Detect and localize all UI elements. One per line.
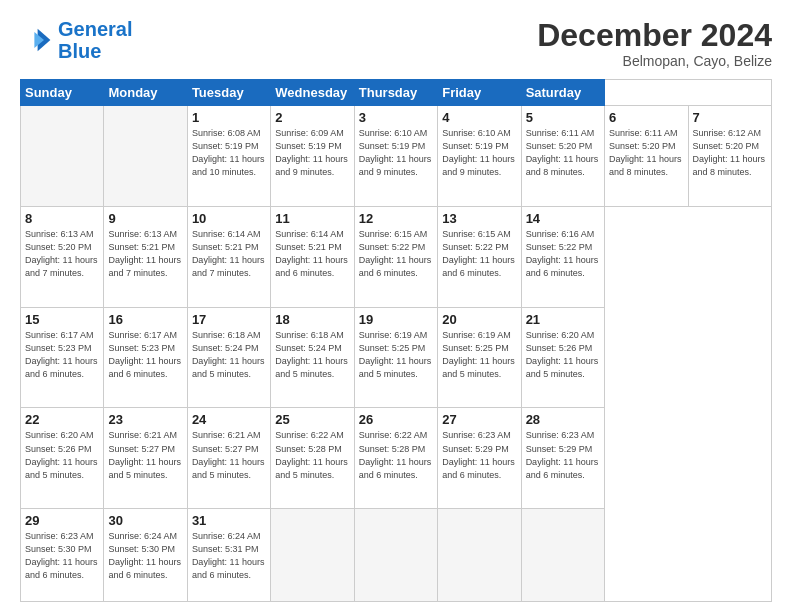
calendar-cell: 14 Sunrise: 6:16 AMSunset: 5:22 PMDaylig… [521, 206, 604, 307]
day-info: Sunrise: 6:23 AMSunset: 5:29 PMDaylight:… [526, 430, 599, 479]
calendar-cell: 2 Sunrise: 6:09 AMSunset: 5:19 PMDayligh… [271, 106, 354, 207]
calendar-cell: 8 Sunrise: 6:13 AMSunset: 5:20 PMDayligh… [21, 206, 104, 307]
day-number: 23 [108, 412, 182, 427]
header: General Blue December 2024 Belmopan, Cay… [20, 18, 772, 69]
day-info: Sunrise: 6:23 AMSunset: 5:30 PMDaylight:… [25, 531, 98, 580]
day-info: Sunrise: 6:19 AMSunset: 5:25 PMDaylight:… [359, 330, 432, 379]
calendar-cell [438, 509, 521, 602]
day-info: Sunrise: 6:24 AMSunset: 5:30 PMDaylight:… [108, 531, 181, 580]
day-info: Sunrise: 6:22 AMSunset: 5:28 PMDaylight:… [275, 430, 348, 479]
weekday-header: Wednesday [271, 80, 354, 106]
calendar-cell: 15 Sunrise: 6:17 AMSunset: 5:23 PMDaylig… [21, 307, 104, 408]
day-number: 12 [359, 211, 433, 226]
day-number: 9 [108, 211, 182, 226]
calendar-cell: 29 Sunrise: 6:23 AMSunset: 5:30 PMDaylig… [21, 509, 104, 602]
weekday-header: Friday [438, 80, 521, 106]
day-info: Sunrise: 6:08 AMSunset: 5:19 PMDaylight:… [192, 128, 265, 177]
calendar-cell: 5 Sunrise: 6:11 AMSunset: 5:20 PMDayligh… [521, 106, 604, 207]
weekday-header: Tuesday [187, 80, 270, 106]
calendar-cell: 20 Sunrise: 6:19 AMSunset: 5:25 PMDaylig… [438, 307, 521, 408]
day-info: Sunrise: 6:14 AMSunset: 5:21 PMDaylight:… [275, 229, 348, 278]
day-number: 19 [359, 312, 433, 327]
calendar-cell: 16 Sunrise: 6:17 AMSunset: 5:23 PMDaylig… [104, 307, 187, 408]
calendar-table: SundayMondayTuesdayWednesdayThursdayFrid… [20, 79, 772, 602]
day-info: Sunrise: 6:13 AMSunset: 5:21 PMDaylight:… [108, 229, 181, 278]
day-number: 15 [25, 312, 99, 327]
day-info: Sunrise: 6:13 AMSunset: 5:20 PMDaylight:… [25, 229, 98, 278]
day-number: 28 [526, 412, 600, 427]
day-info: Sunrise: 6:21 AMSunset: 5:27 PMDaylight:… [192, 430, 265, 479]
day-number: 18 [275, 312, 349, 327]
day-number: 25 [275, 412, 349, 427]
day-number: 27 [442, 412, 516, 427]
calendar-cell: 23 Sunrise: 6:21 AMSunset: 5:27 PMDaylig… [104, 408, 187, 509]
logo-text: General Blue [58, 18, 132, 62]
calendar-cell: 28 Sunrise: 6:23 AMSunset: 5:29 PMDaylig… [521, 408, 604, 509]
calendar-cell [354, 509, 437, 602]
day-number: 1 [192, 110, 266, 125]
day-number: 2 [275, 110, 349, 125]
day-number: 8 [25, 211, 99, 226]
day-number: 31 [192, 513, 266, 528]
day-number: 26 [359, 412, 433, 427]
day-info: Sunrise: 6:14 AMSunset: 5:21 PMDaylight:… [192, 229, 265, 278]
day-info: Sunrise: 6:21 AMSunset: 5:27 PMDaylight:… [108, 430, 181, 479]
weekday-header: Monday [104, 80, 187, 106]
day-info: Sunrise: 6:20 AMSunset: 5:26 PMDaylight:… [526, 330, 599, 379]
day-info: Sunrise: 6:17 AMSunset: 5:23 PMDaylight:… [108, 330, 181, 379]
location-subtitle: Belmopan, Cayo, Belize [537, 53, 772, 69]
day-info: Sunrise: 6:18 AMSunset: 5:24 PMDaylight:… [192, 330, 265, 379]
day-info: Sunrise: 6:09 AMSunset: 5:19 PMDaylight:… [275, 128, 348, 177]
calendar-cell: 25 Sunrise: 6:22 AMSunset: 5:28 PMDaylig… [271, 408, 354, 509]
calendar-cell: 9 Sunrise: 6:13 AMSunset: 5:21 PMDayligh… [104, 206, 187, 307]
day-info: Sunrise: 6:18 AMSunset: 5:24 PMDaylight:… [275, 330, 348, 379]
logo-icon [20, 24, 52, 56]
calendar-cell [271, 509, 354, 602]
calendar-cell: 22 Sunrise: 6:20 AMSunset: 5:26 PMDaylig… [21, 408, 104, 509]
day-info: Sunrise: 6:20 AMSunset: 5:26 PMDaylight:… [25, 430, 98, 479]
day-info: Sunrise: 6:11 AMSunset: 5:20 PMDaylight:… [609, 128, 682, 177]
day-number: 16 [108, 312, 182, 327]
day-number: 5 [526, 110, 600, 125]
day-number: 4 [442, 110, 516, 125]
calendar-cell: 13 Sunrise: 6:15 AMSunset: 5:22 PMDaylig… [438, 206, 521, 307]
day-number: 10 [192, 211, 266, 226]
day-number: 7 [693, 110, 768, 125]
calendar-cell: 7 Sunrise: 6:12 AMSunset: 5:20 PMDayligh… [688, 106, 772, 207]
calendar-cell: 31 Sunrise: 6:24 AMSunset: 5:31 PMDaylig… [187, 509, 270, 602]
calendar-cell: 21 Sunrise: 6:20 AMSunset: 5:26 PMDaylig… [521, 307, 604, 408]
day-info: Sunrise: 6:10 AMSunset: 5:19 PMDaylight:… [359, 128, 432, 177]
day-info: Sunrise: 6:22 AMSunset: 5:28 PMDaylight:… [359, 430, 432, 479]
calendar-cell: 27 Sunrise: 6:23 AMSunset: 5:29 PMDaylig… [438, 408, 521, 509]
calendar-cell: 11 Sunrise: 6:14 AMSunset: 5:21 PMDaylig… [271, 206, 354, 307]
calendar-cell [21, 106, 104, 207]
calendar-cell: 19 Sunrise: 6:19 AMSunset: 5:25 PMDaylig… [354, 307, 437, 408]
day-info: Sunrise: 6:11 AMSunset: 5:20 PMDaylight:… [526, 128, 599, 177]
calendar-cell: 1 Sunrise: 6:08 AMSunset: 5:19 PMDayligh… [187, 106, 270, 207]
day-number: 29 [25, 513, 99, 528]
weekday-header: Thursday [354, 80, 437, 106]
calendar-cell: 30 Sunrise: 6:24 AMSunset: 5:30 PMDaylig… [104, 509, 187, 602]
day-info: Sunrise: 6:24 AMSunset: 5:31 PMDaylight:… [192, 531, 265, 580]
day-info: Sunrise: 6:17 AMSunset: 5:23 PMDaylight:… [25, 330, 98, 379]
day-info: Sunrise: 6:23 AMSunset: 5:29 PMDaylight:… [442, 430, 515, 479]
day-info: Sunrise: 6:15 AMSunset: 5:22 PMDaylight:… [359, 229, 432, 278]
day-info: Sunrise: 6:10 AMSunset: 5:19 PMDaylight:… [442, 128, 515, 177]
calendar-cell: 6 Sunrise: 6:11 AMSunset: 5:20 PMDayligh… [605, 106, 688, 207]
day-info: Sunrise: 6:15 AMSunset: 5:22 PMDaylight:… [442, 229, 515, 278]
day-number: 21 [526, 312, 600, 327]
weekday-header: Saturday [521, 80, 604, 106]
calendar-cell: 4 Sunrise: 6:10 AMSunset: 5:19 PMDayligh… [438, 106, 521, 207]
day-info: Sunrise: 6:16 AMSunset: 5:22 PMDaylight:… [526, 229, 599, 278]
day-number: 17 [192, 312, 266, 327]
day-number: 30 [108, 513, 182, 528]
day-number: 3 [359, 110, 433, 125]
day-number: 14 [526, 211, 600, 226]
title-block: December 2024 Belmopan, Cayo, Belize [537, 18, 772, 69]
day-number: 13 [442, 211, 516, 226]
calendar-cell: 12 Sunrise: 6:15 AMSunset: 5:22 PMDaylig… [354, 206, 437, 307]
calendar-cell [104, 106, 187, 207]
calendar-cell: 24 Sunrise: 6:21 AMSunset: 5:27 PMDaylig… [187, 408, 270, 509]
logo: General Blue [20, 18, 132, 62]
day-number: 20 [442, 312, 516, 327]
